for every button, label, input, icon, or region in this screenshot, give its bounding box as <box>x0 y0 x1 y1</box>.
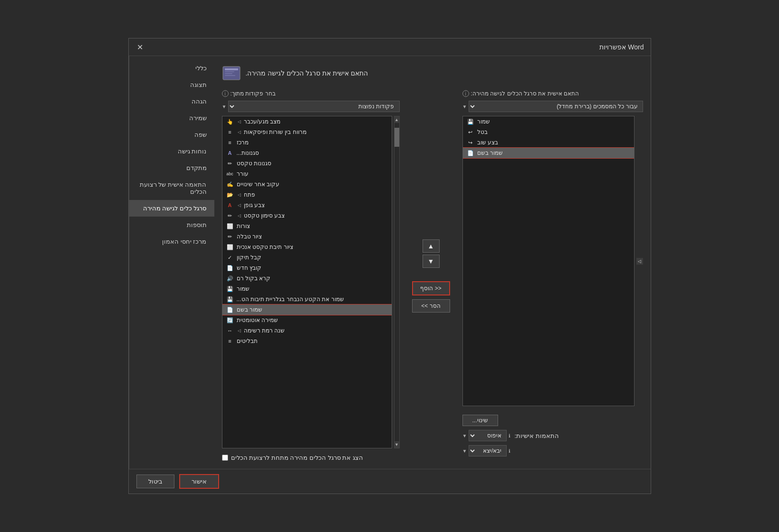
list-item[interactable]: סגנונות... A <box>222 148 392 158</box>
reset-dropdown[interactable]: איפוס <box>469 430 507 441</box>
list-item[interactable]: שמור 💾 <box>463 116 634 127</box>
item-icon: A <box>226 201 234 209</box>
cancel-button[interactable]: ביטול <box>136 475 174 488</box>
show-below-ribbon-checkbox[interactable] <box>222 455 228 461</box>
right-scrollbar[interactable]: ▲ ▼ <box>394 116 400 448</box>
importexport-arrow[interactable]: ▼ <box>462 448 467 454</box>
left-list-box[interactable]: שמור 💾 בטל ↩ בצע שוב ↪ <box>462 116 635 406</box>
list-item[interactable]: שנה רמת רשימה ◁ ↔ <box>222 325 392 336</box>
item-label: בצע שוב <box>477 139 498 146</box>
list-item[interactable]: קבל תיקון ✓ <box>222 252 392 263</box>
item-label: שמור <box>237 285 250 292</box>
move-down-button[interactable]: ▼ <box>423 255 440 268</box>
close-button[interactable]: ✕ <box>135 42 145 52</box>
scroll-thumb[interactable] <box>394 128 399 147</box>
left-dropdown[interactable]: עבור כל המסמכים (ברירת מחדל) <box>469 101 643 112</box>
sidebar-item-quick-access[interactable]: סרגל כלים לגישה מהירה <box>129 200 214 217</box>
svg-rect-1 <box>225 68 238 70</box>
left-bottom-section: שינוי... התאמות אישיות: ℹ איפוס ▼ <box>462 410 643 461</box>
modify-button[interactable]: שינוי... <box>462 415 498 426</box>
sidebar-item-addins[interactable]: תוספות <box>129 217 214 233</box>
item-label: ציור טבלה <box>237 233 262 240</box>
list-item[interactable]: בצע שוב ↪ <box>463 137 634 148</box>
list-item[interactable]: מרווח בין שורות ופיסקאות ◁ ≡ <box>222 127 392 137</box>
left-collapse-arrow[interactable]: ◁ <box>636 258 643 265</box>
list-item[interactable]: פתח ◁ 📂 <box>222 190 392 200</box>
item-icon: 🔄 <box>226 316 234 324</box>
scroll-up-arrow[interactable]: ▲ <box>394 116 399 123</box>
title-bar: ✕ אפשרויות Word <box>129 38 651 56</box>
item-label: מרווח בין שורות ופיסקאות <box>244 129 307 135</box>
list-item[interactable]: עקוב אחר שינויים ✍ <box>222 179 392 190</box>
right-list-box[interactable]: מצב מגע/עכבר ◁ 👆 מרווח בין שורות ופיסקאו… <box>222 116 392 448</box>
item-icon: ✏ <box>226 160 234 167</box>
list-item[interactable]: צבע סימון טקסט ◁ ✏ <box>222 210 392 221</box>
sidebar-item-accessibility[interactable]: נוחות גישה <box>129 143 214 160</box>
item-icon: ≡ <box>226 139 234 146</box>
arrow-indicator: ◁ <box>238 203 241 208</box>
list-item[interactable]: צבע גופן ◁ A <box>222 200 392 210</box>
list-item[interactable]: סגנונות טקסט ✏ <box>222 158 392 169</box>
list-item-selected[interactable]: שמור בשם 📄 <box>222 304 392 315</box>
svg-rect-3 <box>225 73 232 74</box>
list-item[interactable]: צורות ⬜ <box>222 221 392 231</box>
sidebar-item-proofing[interactable]: הגהה <box>129 93 214 110</box>
remove-button[interactable]: הסר >> <box>412 299 450 313</box>
item-icon: ≡ <box>226 128 234 136</box>
list-item[interactable]: בטל ↩ <box>463 127 634 137</box>
item-label: תבליטים <box>237 338 258 344</box>
list-item[interactable]: שמור את הקטע הנבחר בגלריית תיבות הט... 💾 <box>222 294 392 304</box>
personalizations-row2: ℹ יבא/יצא ▼ <box>462 445 643 456</box>
sidebar-item-language[interactable]: שפה <box>129 126 214 143</box>
right-panel-label: בחר פקודות מתוך: i <box>222 90 400 97</box>
scroll-down-arrow[interactable]: ▼ <box>394 441 399 448</box>
item-label: מצב מגע/עכבר <box>244 118 281 125</box>
item-icon: ✏ <box>226 233 234 240</box>
add-button[interactable]: << הוסף <box>412 281 450 295</box>
item-icon: 👆 <box>226 118 234 125</box>
left-panel-label: התאם אישית את סרגל הכלים לגישה מהירה: i <box>462 90 643 97</box>
checkbox-label: הצג את סרגל הכלים מהירה מתחת לרצועת הכלי… <box>231 454 363 461</box>
list-item[interactable]: מצב מגע/עכבר ◁ 👆 <box>222 116 392 127</box>
item-label: צבע סימון טקסט <box>244 212 285 219</box>
list-item[interactable]: שמירה אוטומטית 🔄 <box>222 315 392 325</box>
item-label: סגנונות... <box>237 150 259 156</box>
list-item[interactable]: קובץ חדש 📄 <box>222 263 392 273</box>
left-dropdown-arrow[interactable]: ▼ <box>462 104 467 109</box>
dialog-title: אפשרויות Word <box>599 43 644 51</box>
list-item[interactable]: עורר abc <box>222 169 392 179</box>
panels-row: התאם אישית את סרגל הכלים לגישה מהירה: i … <box>222 90 643 461</box>
right-panel: בחר פקודות מתוך: i פקודות נפוצות ▼ ▲ <box>222 90 400 461</box>
ok-button[interactable]: אישור <box>179 474 219 489</box>
right-list-container: ▲ ▼ מצב מגע/עכבר ◁ 👆 <box>222 116 400 448</box>
commands-dropdown-arrow[interactable]: ▼ <box>222 104 227 109</box>
personalizations-row: התאמות אישיות: ℹ איפוס ▼ <box>462 430 643 441</box>
sidebar-item-trust-center[interactable]: מרכז יחסי האמון <box>129 233 214 250</box>
list-item[interactable]: תבליטים ≡ <box>222 336 392 346</box>
list-item[interactable]: ציור תיבת טקסט אנכית ⬜ <box>222 242 392 252</box>
list-item[interactable]: מרכז ≡ <box>222 137 392 148</box>
item-label: עורר <box>237 171 249 177</box>
sidebar-item-customize-ribbon[interactable]: התאמה אישית של רצועת הכלים <box>129 176 214 200</box>
item-label: קרא בקול רם <box>237 275 271 282</box>
sidebar-item-general[interactable]: כללי <box>129 60 214 76</box>
item-icon: ↔ <box>226 327 234 334</box>
list-item-selected[interactable]: שמור בשם 📄 <box>463 148 634 158</box>
dialog-body: התאם אישית את סרגל הכלים לגישה מהירה. <box>129 56 651 469</box>
list-item[interactable]: קרא בקול רם 🔊 <box>222 273 392 284</box>
arrow-indicator: ◁ <box>238 213 241 218</box>
move-up-button[interactable]: ▲ <box>423 239 440 253</box>
reset-arrow[interactable]: ▼ <box>462 433 467 438</box>
list-item[interactable]: ציור טבלה ✏ <box>222 231 392 242</box>
item-label: בטל <box>477 129 488 135</box>
item-icon: ≡ <box>226 337 234 345</box>
commands-dropdown[interactable]: פקודות נפוצות <box>228 101 399 112</box>
sidebar-item-display[interactable]: תצוגה <box>129 76 214 93</box>
list-item[interactable]: שמור 💾 <box>222 284 392 294</box>
item-icon: 📄 <box>226 264 234 272</box>
main-content: התאם אישית את סרגל הכלים לגישה מהירה. <box>214 56 651 469</box>
importexport-dropdown[interactable]: יבא/יצא <box>469 445 507 456</box>
item-icon: ⬜ <box>226 243 234 251</box>
sidebar-item-save[interactable]: שמירה <box>129 110 214 126</box>
sidebar-item-advanced[interactable]: מתקדם <box>129 160 214 176</box>
